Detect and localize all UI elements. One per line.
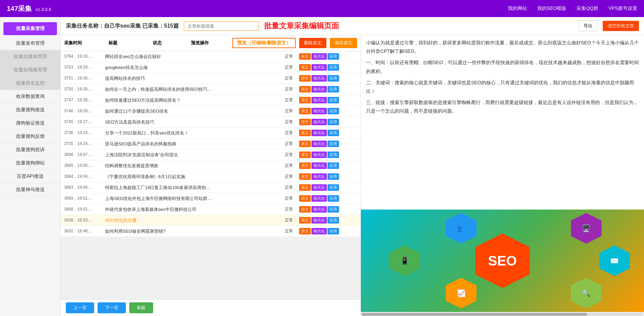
apply-button[interactable]: 应用 [327,53,339,60]
orig-button[interactable]: 原文 [299,162,311,169]
apply-button[interactable]: 应用 [327,86,339,92]
format-button[interactable]: 格式化 [311,173,327,180]
format-button[interactable]: 格式化 [311,206,327,213]
table-row[interactable]: 3685．19:05:... 结构调整优化发展提质增效 正常 原文 格式化 应用 [61,160,361,171]
orig-button[interactable]: 原文 [299,119,311,125]
row-action-buttons: 原文 格式化 应用 [299,228,357,234]
orig-button[interactable]: 原文 [299,195,311,202]
apply-button[interactable]: 应用 [327,119,339,125]
table-row[interactable]: 3750．19:30:... 如何在一天之内，快速提高网站排名的使用SEO技巧.… [61,84,361,95]
table-row[interactable]: 3746．19:28:... 如何通过11个步骤提高SEO排名 正常 原文 格式… [61,106,361,117]
format-button[interactable]: 格式化 [311,108,327,114]
apply-button[interactable]: 应用 [327,108,339,114]
orig-button[interactable]: 原文 [299,217,311,224]
sidebar-item-batch-collect[interactable]: 批量采集管理 [3,22,57,35]
format-button[interactable]: 格式化 [311,86,327,92]
format-button[interactable]: 格式化 [311,184,327,191]
format-button[interactable]: 格式化 [311,130,327,136]
format-button[interactable]: 格式化 [311,152,327,158]
clear-all-button[interactable]: 清空所有文章 [603,21,639,31]
table-row[interactable]: 3745．19:27:... SEO方法及提高排名技巧 正常 原文 格式化 应用 [61,117,361,128]
orig-button[interactable]: 原文 [299,108,311,114]
orig-button[interactable]: 原文 [299,86,311,92]
table-row[interactable]: 3683．19:04:... 特斯拉上海超级工厂19日复工推动100多家供应商协… [61,182,361,193]
sidebar-item-sogou-push[interactable]: 批量搜狗推送 [0,103,60,117]
orig-button[interactable]: 原文 [299,130,311,136]
apply-button[interactable]: 应用 [327,75,339,82]
save-orig-button[interactable]: 保存原文 [330,38,357,48]
nav-my-website[interactable]: 我的网站 [508,5,527,12]
row-action-buttons: 原文 格式化 应用 [299,108,357,114]
sidebar-item-batch-media[interactable]: 批量自媒体管理 [0,50,60,63]
scrollbar-thumb[interactable] [362,313,587,316]
table-row[interactable]: 3638．18:53:... SEO优化的步骤 正常 原文 格式化 应用 [61,215,361,226]
orig-button[interactable]: 原文 [299,173,311,180]
apply-button[interactable]: 应用 [327,152,339,158]
table-row[interactable]: 3735．19:24:... 亚马逊SEO提高产品排名的终极指南 正常 原文 格… [61,139,361,149]
apply-button[interactable]: 应用 [327,130,339,136]
format-button[interactable]: 格式化 [311,217,327,224]
orig-button[interactable]: 原文 [299,75,311,82]
next-page-button[interactable]: 下一页 [98,302,126,313]
sidebar-item-sogou-bind[interactable]: 批量搜狗绑站 [0,157,60,170]
table-row[interactable]: 3669．19:01:... 上海SEO优化外包上海牛巨微网络科技有限公司站群.… [61,193,361,204]
table-row[interactable]: 3684．19:04:... 《宁夏优化营商环境条例》6月1日起实施 正常 原文… [61,171,361,182]
refresh-button[interactable]: 刷新 [129,302,153,313]
apply-button[interactable]: 应用 [327,228,339,234]
orig-button[interactable]: 原文 [299,64,311,71]
format-button[interactable]: 格式化 [311,195,327,202]
seo-center-hex: SEO [475,233,530,288]
format-button[interactable]: 格式化 [311,162,327,169]
export-button[interactable]: 导出 [579,20,598,31]
orig-button[interactable]: 原文 [299,228,311,234]
nav-vps-settings[interactable]: VPS拨号设置 [609,5,637,12]
table-row[interactable]: 3698．19:07:... 上海法院判决'负面压制业务'合同违法 正常 原文 … [61,149,361,160]
table-row[interactable]: 3763．19:33:... googleseo排名怎么做 正常 原文 格式化 … [61,62,361,73]
sidebar-item-data-query[interactable]: 收录数据查询 [0,90,60,103]
sidebar-item-batch-publish[interactable]: 批量发布管理 [0,37,60,50]
orig-button[interactable]: 原文 [299,184,311,191]
prev-page-button[interactable]: 上一页 [66,302,94,313]
preview-text-area[interactable]: 小编认为就是通过引擎，得到好的，获得更多网站度我们称作流量，最后成成交。那么到底… [361,35,644,210]
apply-button[interactable]: 应用 [327,195,339,202]
apply-button[interactable]: 应用 [327,184,339,191]
format-button[interactable]: 格式化 [311,97,327,103]
sidebar-item-sogou-verify[interactable]: 搜狗验证推送 [0,117,60,130]
apply-button[interactable]: 应用 [327,206,339,213]
preview-horizontal-scrollbar[interactable] [361,312,644,316]
table-row[interactable]: 3764．19:33:... 网站排名seo怎么做会比较好 正常 原文 格式化 … [61,51,361,62]
format-button[interactable]: 格式化 [311,75,327,82]
table-row[interactable]: 3632．18:48:... 如何利用SEO做全网霸屏营销? 正常 原文 格式化… [61,226,361,237]
scrollbar-track[interactable] [362,313,643,316]
nav-qq-group[interactable]: 采集QQ群 [576,5,598,12]
sidebar-item-sogou-feedback[interactable]: 批量搜狗反馈 [0,130,60,143]
orig-button[interactable]: 原文 [299,152,311,158]
apply-button[interactable]: 应用 [327,217,339,224]
table-row[interactable]: 3736．19:24:... 分享一个2022新风口，抖音seo优化排名！ 正常… [61,128,361,139]
sidebar-item-sogou-complaint[interactable]: 批量搜狗投诉 [0,143,60,157]
orig-button[interactable]: 原文 [299,53,311,60]
table-row[interactable]: 3668．19:01:... 外链代发包收录上海新媒体seo牛巨微科技公司 正常… [61,204,361,215]
orig-button[interactable]: 原文 [299,206,311,213]
format-button[interactable]: 格式化 [311,228,327,234]
nav-seo-template[interactable]: 我的SEO模版 [537,5,567,12]
sidebar-item-baidu-api[interactable]: 百度API推送 [0,170,60,183]
format-button[interactable]: 格式化 [311,119,327,125]
apply-button[interactable]: 应用 [327,64,339,71]
format-button[interactable]: 格式化 [311,141,327,147]
format-button[interactable]: 格式化 [311,53,327,60]
apply-button[interactable]: 应用 [327,97,339,103]
table-row[interactable]: 3747．19:28:... 如何快速通过SEO方法提高网站排名？ 正常 原文 … [61,95,361,106]
format-button[interactable]: 格式化 [311,64,327,71]
sidebar-item-shenma[interactable]: 批量神马推送 [0,183,60,197]
orig-button[interactable]: 原文 [299,97,311,103]
apply-button[interactable]: 应用 [327,162,339,169]
delete-orig-button[interactable]: 删除原文 [299,38,326,48]
apply-button[interactable]: 应用 [327,141,339,147]
sidebar-item-batch-rank[interactable]: 批量排名监控 [0,77,60,90]
table-row[interactable]: 3751．19:30:... 提高网站排名的技巧 正常 原文 格式化 应用 [61,73,361,84]
sidebar-item-batch-video[interactable]: 批量短视频管理 [0,63,60,77]
orig-button[interactable]: 原文 [299,141,311,147]
apply-button[interactable]: 应用 [327,173,339,180]
search-input[interactable] [184,21,259,31]
